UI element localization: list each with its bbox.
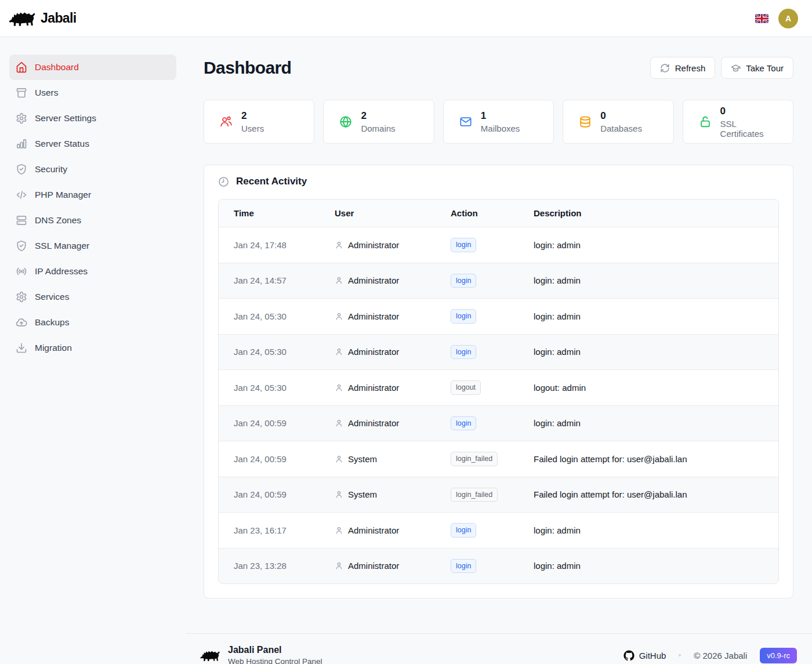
time-cell: Jan 24, 00:59 bbox=[219, 441, 320, 477]
clock-icon bbox=[218, 176, 229, 187]
refresh-button[interactable]: Refresh bbox=[650, 57, 716, 79]
description-cell: login: admin bbox=[519, 548, 778, 583]
user-cell: Administrator bbox=[320, 548, 436, 583]
column-header-time: Time bbox=[219, 199, 320, 227]
stat-card-databases: 0Databases bbox=[563, 100, 673, 144]
person-icon bbox=[335, 490, 343, 499]
stat-label: Mailboxes bbox=[481, 124, 520, 133]
user-cell: Administrator bbox=[320, 227, 436, 263]
sidebar-item-label: DNS Zones bbox=[35, 215, 81, 226]
sidebar-item-php-manager[interactable]: PHP Manager bbox=[9, 182, 176, 208]
column-header-user: User bbox=[320, 199, 436, 227]
stat-label: SSL Certificates bbox=[720, 119, 777, 139]
sidebar-item-dns-zones[interactable]: DNS Zones bbox=[9, 208, 176, 233]
footer-tagline: Web Hosting Control Panel bbox=[228, 657, 322, 664]
sidebar-item-server-settings[interactable]: Server Settings bbox=[9, 106, 176, 131]
action-badge: login_failed bbox=[451, 488, 498, 502]
person-icon bbox=[335, 419, 343, 427]
sidebar-item-label: Backups bbox=[35, 317, 69, 328]
unlock-icon bbox=[699, 115, 712, 128]
version-badge: v0.9-rc bbox=[760, 648, 797, 663]
gear-icon bbox=[16, 291, 27, 303]
sidebar-item-label: Server Settings bbox=[35, 113, 96, 124]
time-cell: Jan 23, 13:28 bbox=[219, 548, 320, 583]
sidebar: DashboardUsersServer SettingsServer Stat… bbox=[0, 37, 186, 664]
table-row: Jan 24, 00:59Systemlogin_failedFailed lo… bbox=[219, 441, 778, 477]
person-icon bbox=[335, 276, 343, 285]
boar-logo-icon bbox=[8, 8, 36, 30]
stat-card-mailboxes: 1Mailboxes bbox=[443, 100, 554, 144]
footer-brand: Jabali Panel bbox=[228, 645, 322, 655]
stat-value: 0 bbox=[720, 106, 777, 117]
person-icon bbox=[335, 561, 343, 570]
person-icon bbox=[335, 312, 343, 321]
time-cell: Jan 24, 00:59 bbox=[219, 477, 320, 513]
user-cell: Administrator bbox=[320, 513, 436, 549]
archive-icon bbox=[16, 87, 27, 99]
language-flag-button[interactable] bbox=[755, 14, 768, 23]
download-icon bbox=[16, 342, 27, 354]
action-badge: login bbox=[451, 559, 476, 574]
shield-icon bbox=[16, 164, 27, 175]
mail-icon bbox=[459, 115, 472, 128]
chart-icon bbox=[16, 138, 27, 150]
action-badge: login bbox=[451, 274, 476, 288]
action-badge: login bbox=[451, 416, 476, 431]
stat-label: Users bbox=[241, 124, 264, 133]
github-label: GitHub bbox=[639, 651, 666, 661]
sidebar-item-migration[interactable]: Migration bbox=[9, 335, 176, 361]
user-cell: Administrator bbox=[320, 370, 436, 406]
refresh-icon bbox=[660, 63, 670, 73]
column-header-action: Action bbox=[436, 199, 519, 227]
sidebar-item-ssl-manager[interactable]: SSL Manager bbox=[9, 233, 176, 259]
person-icon bbox=[335, 383, 343, 392]
brand[interactable]: Jabali bbox=[8, 8, 77, 30]
sidebar-item-ip-addresses[interactable]: IP Addresses bbox=[9, 259, 176, 284]
gear-icon bbox=[16, 113, 27, 124]
description-cell: Failed login attempt for: user@jabali.la… bbox=[519, 441, 778, 477]
action-badge: login bbox=[451, 523, 476, 538]
user-cell: Administrator bbox=[320, 299, 436, 335]
github-link[interactable]: GitHub bbox=[624, 650, 666, 661]
home-icon bbox=[16, 61, 27, 73]
sidebar-item-dashboard[interactable]: Dashboard bbox=[9, 55, 176, 80]
avatar[interactable]: A bbox=[778, 9, 798, 28]
time-cell: Jan 24, 17:48 bbox=[219, 227, 320, 263]
description-cell: login: admin bbox=[519, 299, 778, 335]
stat-value: 0 bbox=[600, 110, 642, 122]
sidebar-item-label: Security bbox=[35, 164, 67, 175]
time-cell: Jan 24, 00:59 bbox=[219, 405, 320, 441]
action-badge: login bbox=[451, 345, 476, 360]
person-icon bbox=[335, 455, 343, 463]
description-cell: login: admin bbox=[519, 263, 778, 299]
top-header: Jabali A bbox=[0, 0, 812, 37]
user-cell: Administrator bbox=[320, 263, 436, 299]
person-icon bbox=[335, 347, 343, 356]
activity-table: Time User Action Description Jan 24, 17:… bbox=[219, 199, 778, 583]
table-row: Jan 24, 00:59Administratorloginlogin: ad… bbox=[219, 405, 778, 441]
sidebar-item-services[interactable]: Services bbox=[9, 284, 176, 310]
sidebar-item-server-status[interactable]: Server Status bbox=[9, 131, 176, 157]
stat-label: Domains bbox=[361, 124, 395, 133]
sidebar-item-security[interactable]: Security bbox=[9, 157, 176, 182]
recent-activity-card: Recent Activity Time User Action Descrip… bbox=[204, 165, 793, 598]
user-cell: Administrator bbox=[320, 334, 436, 370]
sidebar-item-label: PHP Manager bbox=[35, 190, 91, 200]
github-icon bbox=[624, 650, 635, 661]
description-cell: Failed login attempt for: user@jabali.la… bbox=[519, 477, 778, 513]
description-cell: login: admin bbox=[519, 334, 778, 370]
sidebar-item-label: IP Addresses bbox=[35, 266, 88, 277]
table-row: Jan 24, 05:30Administratorloginlogin: ad… bbox=[219, 334, 778, 370]
stats-row: 2Users2Domains1Mailboxes0Databases0SSL C… bbox=[204, 100, 793, 144]
sidebar-item-backups[interactable]: Backups bbox=[9, 310, 176, 335]
action-badge: login bbox=[451, 309, 476, 324]
shield-icon bbox=[16, 240, 27, 252]
user-cell: System bbox=[320, 477, 436, 513]
take-tour-button[interactable]: Take Tour bbox=[721, 57, 793, 79]
sidebar-item-users[interactable]: Users bbox=[9, 80, 176, 106]
activity-title: Recent Activity bbox=[236, 176, 307, 187]
action-badge: logout bbox=[451, 380, 481, 395]
table-row: Jan 24, 14:57Administratorloginlogin: ad… bbox=[219, 263, 778, 299]
table-row: Jan 23, 16:17Administratorloginlogin: ad… bbox=[219, 513, 778, 549]
time-cell: Jan 24, 05:30 bbox=[219, 370, 320, 406]
